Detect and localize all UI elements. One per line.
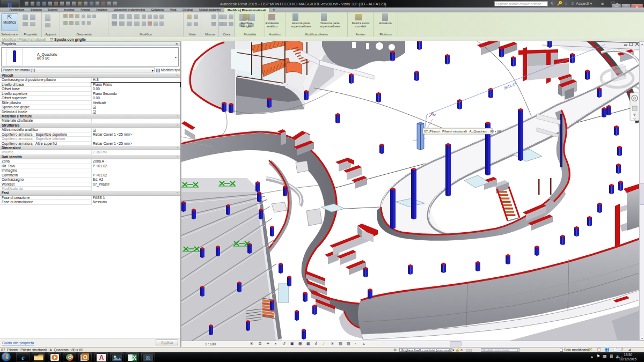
svg-text:FRONTE: FRONTE	[616, 73, 626, 76]
svg-text:07_Pilastri : Pilastri struttu: 07_Pilastri : Pilastri strutturali : A_Q…	[424, 129, 501, 133]
svg-text:X: X	[133, 354, 137, 361]
svg-text:A: A	[99, 354, 104, 361]
svg-text:e: e	[21, 353, 25, 361]
svg-text:O: O	[83, 354, 87, 360]
svg-text:R: R	[146, 354, 151, 361]
